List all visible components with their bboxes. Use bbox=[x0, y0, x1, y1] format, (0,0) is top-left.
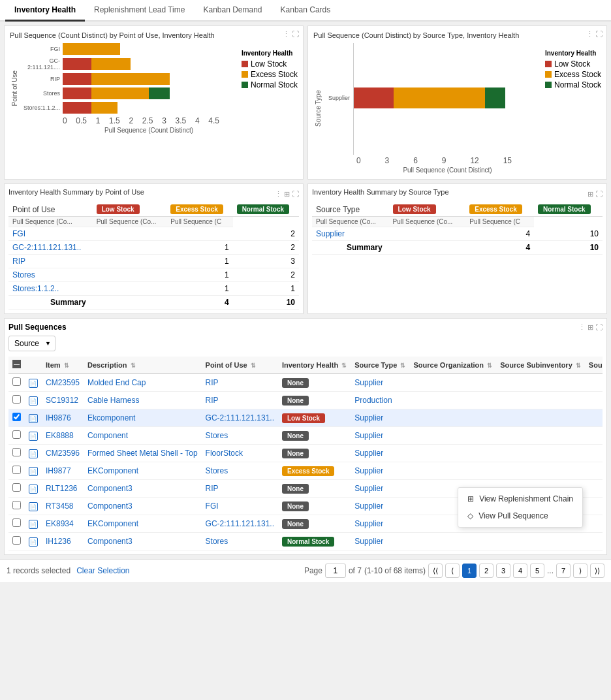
row-description[interactable]: Component bbox=[84, 427, 202, 445]
chart1-x-label: Pull Sequence (Count Distinct) bbox=[63, 127, 235, 134]
source-dropdown[interactable]: Source bbox=[8, 336, 55, 351]
row-source-type[interactable]: Supplier bbox=[351, 374, 409, 392]
summary1-icons[interactable]: ⋮ ⊞ ⛶ bbox=[275, 190, 299, 199]
row-checkbox[interactable] bbox=[12, 518, 21, 527]
page-input[interactable] bbox=[325, 564, 346, 578]
context-menu-replenishment[interactable]: ⊞ View Replenishment Chain bbox=[458, 490, 582, 507]
chart1-bars: FGI GC-2:111.121.... bbox=[63, 43, 235, 114]
pull-section-icons[interactable]: ⋮ ⊞ ⛶ bbox=[578, 323, 603, 332]
row-description[interactable]: Cable Harness bbox=[84, 392, 202, 409]
row-point-of-use[interactable]: Stores bbox=[202, 533, 278, 550]
indeterminate-checkbox[interactable] bbox=[12, 360, 21, 368]
row-source-locator bbox=[585, 374, 603, 392]
tab-kanban-demand[interactable]: Kanban Demand bbox=[194, 0, 271, 22]
row-item[interactable]: IH1236 bbox=[42, 533, 84, 550]
row-description[interactable]: Component3 bbox=[84, 533, 202, 550]
row-item[interactable]: CM23595 bbox=[42, 374, 84, 392]
select-all-header[interactable] bbox=[8, 357, 25, 374]
row-source-sub bbox=[496, 409, 585, 427]
row-point-of-use[interactable]: RIP bbox=[202, 392, 278, 409]
row-checkbox[interactable] bbox=[12, 483, 21, 492]
page-3-btn[interactable]: 3 bbox=[496, 564, 510, 578]
col-icon bbox=[25, 357, 42, 374]
summary1-badge-excess: Excess Stock bbox=[166, 202, 232, 217]
chart1-row-label-1: GC-2:111.121.... bbox=[20, 57, 63, 71]
row-description[interactable]: Ekcomponent bbox=[84, 409, 202, 427]
page-7-btn[interactable]: 7 bbox=[556, 564, 571, 578]
row-source-type[interactable]: Supplier bbox=[351, 427, 409, 445]
row-source-locator bbox=[585, 480, 603, 498]
clear-selection-link[interactable]: Clear Selection bbox=[76, 566, 129, 575]
row-checkbox[interactable] bbox=[12, 395, 21, 404]
tab-inventory-health[interactable]: Inventory Health bbox=[5, 0, 85, 22]
row-source-type[interactable]: Supplier bbox=[351, 498, 409, 515]
row-item[interactable]: CM23596 bbox=[42, 445, 84, 462]
col-source-sub[interactable]: Source Subinventory ⇅ bbox=[496, 357, 585, 374]
row-point-of-use[interactable]: FloorStock bbox=[202, 445, 278, 462]
page-5-btn[interactable]: 5 bbox=[530, 564, 544, 578]
row-item[interactable]: SC19312 bbox=[42, 392, 84, 409]
row-inventory-health: None bbox=[278, 374, 351, 392]
row-point-of-use[interactable]: GC-2:111.121.131.. bbox=[202, 409, 278, 427]
row-source-type[interactable]: Supplier bbox=[351, 409, 409, 427]
row-description[interactable]: EKComponent bbox=[84, 462, 202, 480]
col-source-org[interactable]: Source Organization ⇅ bbox=[409, 357, 496, 374]
row-checkbox[interactable] bbox=[12, 413, 21, 421]
summary1-row-0: FGI 2 bbox=[8, 227, 299, 241]
row-checkbox[interactable] bbox=[12, 377, 21, 386]
row-description[interactable]: EKComponent bbox=[84, 515, 202, 533]
tab-kanban-cards[interactable]: Kanban Cards bbox=[272, 0, 340, 22]
col-source-locator[interactable]: Source Locator ⇅ bbox=[585, 357, 603, 374]
row-item[interactable]: EK8888 bbox=[42, 427, 84, 445]
row-point-of-use[interactable]: FGI bbox=[202, 498, 278, 515]
summary1-row-4: Stores:1.1.2.. 11 bbox=[8, 282, 299, 296]
row-source-type[interactable]: Supplier bbox=[351, 445, 409, 462]
row-item[interactable]: RT3458 bbox=[42, 498, 84, 515]
row-description[interactable]: Component3 bbox=[84, 498, 202, 515]
chart2-title: Pull Sequence (Count Distinct) by Source… bbox=[313, 31, 601, 39]
row-checkbox[interactable] bbox=[12, 536, 21, 545]
col-source-type[interactable]: Source Type ⇅ bbox=[351, 357, 409, 374]
row-source-locator bbox=[585, 462, 603, 480]
row-point-of-use[interactable]: Stores bbox=[202, 462, 278, 480]
prev-page-btn[interactable]: ⟨ bbox=[445, 564, 460, 578]
row-item[interactable]: RLT1236 bbox=[42, 480, 84, 498]
row-checkbox[interactable] bbox=[12, 448, 21, 456]
last-page-btn[interactable]: ⟩⟩ bbox=[590, 564, 604, 578]
chart2-icons[interactable]: ⋮ ⛶ bbox=[586, 30, 603, 39]
row-checkbox[interactable] bbox=[12, 466, 21, 474]
page-1-btn[interactable]: 1 bbox=[462, 564, 477, 578]
row-source-type[interactable]: Supplier bbox=[351, 462, 409, 480]
col-point-of-use[interactable]: Point of Use ⇅ bbox=[202, 357, 278, 374]
row-source-type[interactable]: Production bbox=[351, 392, 409, 409]
pull-sequences-section: Pull Sequences ⋮ ⊞ ⛶ Source Item ⇅ Descr… bbox=[4, 318, 607, 555]
row-checkbox[interactable] bbox=[12, 430, 21, 439]
summary2-icons[interactable]: ⊞ ⛶ bbox=[588, 190, 603, 199]
row-inventory-health: Normal Stock bbox=[278, 533, 351, 550]
row-point-of-use[interactable]: Stores bbox=[202, 427, 278, 445]
col-inventory-health[interactable]: Inventory Health ⇅ bbox=[278, 357, 351, 374]
row-item[interactable]: IH9876 bbox=[42, 409, 84, 427]
row-point-of-use[interactable]: RIP bbox=[202, 480, 278, 498]
col-description[interactable]: Description ⇅ bbox=[84, 357, 202, 374]
col-item[interactable]: Item ⇅ bbox=[42, 357, 84, 374]
row-checkbox[interactable] bbox=[12, 501, 21, 509]
row-item[interactable]: EK8934 bbox=[42, 515, 84, 533]
row-source-type[interactable]: Supplier bbox=[351, 515, 409, 533]
row-description[interactable]: Molded End Cap bbox=[84, 374, 202, 392]
summary1-table: Point of Use Low Stock Excess Stock Norm… bbox=[8, 202, 299, 310]
page-2-btn[interactable]: 2 bbox=[479, 564, 494, 578]
row-point-of-use[interactable]: RIP bbox=[202, 374, 278, 392]
row-description[interactable]: Formed Sheet Metal Shell - Top bbox=[84, 445, 202, 462]
next-page-btn[interactable]: ⟩ bbox=[573, 564, 588, 578]
row-item[interactable]: IH9877 bbox=[42, 462, 84, 480]
page-4-btn[interactable]: 4 bbox=[513, 564, 527, 578]
row-source-type[interactable]: Supplier bbox=[351, 533, 409, 550]
first-page-btn[interactable]: ⟨⟨ bbox=[428, 564, 443, 578]
row-source-type[interactable]: Supplier bbox=[351, 480, 409, 498]
row-point-of-use[interactable]: GC-2:111.121.131.. bbox=[202, 515, 278, 533]
chart1-icons[interactable]: ⋮ ⛶ bbox=[283, 30, 299, 39]
context-menu-pull-sequence[interactable]: ◇ View Pull Sequence bbox=[458, 507, 582, 524]
row-description[interactable]: Component3 bbox=[84, 480, 202, 498]
tab-replenishment[interactable]: Replenishment Lead Time bbox=[85, 0, 194, 22]
